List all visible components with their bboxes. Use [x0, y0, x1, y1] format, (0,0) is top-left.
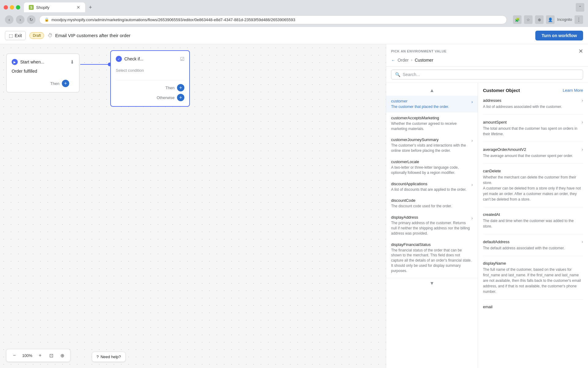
list-item[interactable]: displayAddress The primary address of th…	[386, 212, 478, 239]
help-label: Need help?	[100, 355, 121, 359]
connector-line	[80, 64, 110, 65]
start-node[interactable]: ▶ Start when... ⬇ Order fulfilled Then +	[6, 53, 80, 93]
field-item[interactable]: defaultAddress › The default address ass…	[483, 239, 583, 256]
panel-close-button[interactable]: ✕	[579, 48, 583, 55]
check-node[interactable]: ✓ Check if... ☑ Select condition Then + …	[110, 50, 190, 107]
field-desc: The date and time when the customer was …	[483, 218, 583, 229]
forward-button[interactable]: ›	[16, 15, 24, 24]
field-item[interactable]: amountSpent › The total amount that the …	[483, 120, 583, 142]
address-bar[interactable]: 🔒 moodjoy.myshopify.com/admin/marketing/…	[39, 15, 507, 24]
field-name: amountSpent	[483, 120, 507, 125]
breadcrumb-back-button[interactable]: ←	[391, 58, 395, 63]
workflow-canvas[interactable]: ▶ Start when... ⬇ Order fulfilled Then +…	[0, 44, 386, 368]
clock-icon: ⏱	[48, 33, 53, 38]
add-then-button[interactable]: +	[62, 80, 69, 87]
field-header: displayName	[483, 261, 583, 266]
field-desc: The total amount that the customer has s…	[483, 126, 583, 137]
main-layout: ▶ Start when... ⬇ Order fulfilled Then +…	[0, 44, 588, 368]
environment-list: customer The customer that placed the or…	[386, 96, 478, 277]
extensions-button[interactable]: 🧩	[513, 15, 522, 24]
turn-on-workflow-button[interactable]: Turn on workflow	[535, 31, 583, 40]
field-chevron[interactable]: ›	[582, 147, 583, 152]
start-node-content: Order fulfilled	[12, 67, 74, 75]
check-node-placeholder[interactable]: Select condition	[116, 66, 184, 75]
list-item[interactable]: customer The customer that placed the or…	[386, 96, 478, 113]
menu-button[interactable]: ⋮	[575, 15, 583, 24]
check-node-label: Check if...	[124, 56, 143, 61]
refresh-button[interactable]: ↻	[27, 15, 36, 24]
list-item[interactable]: discountApplications A list of discounts…	[386, 178, 478, 195]
user-button[interactable]: 👤	[546, 15, 555, 24]
search-input[interactable]	[403, 72, 579, 77]
field-header: addresses ›	[483, 98, 583, 103]
breadcrumb-order[interactable]: Order	[398, 58, 409, 63]
field-item[interactable]: averageOrderAmountV2 › The average amoun…	[483, 147, 583, 164]
panel-header: PICK AN ENVIRONMENT VALUE ✕ ← Order › Cu…	[386, 44, 588, 67]
center-view-button[interactable]: ⊕	[58, 351, 66, 360]
collapse-button[interactable]: ▲	[386, 85, 478, 96]
right-panel: PICK AN ENVIRONMENT VALUE ✕ ← Order › Cu…	[386, 44, 588, 368]
add-check-otherwise-button[interactable]: +	[177, 94, 184, 101]
field-desc: Whether the merchant can delete the cust…	[483, 174, 583, 202]
url-text: moodjoy.myshopify.com/admin/marketing/au…	[51, 17, 295, 22]
window-expand-button[interactable]: ⌃	[576, 3, 584, 12]
tab-title: Shopify	[36, 5, 49, 10]
zoom-in-button[interactable]: +	[36, 351, 44, 360]
exit-button[interactable]: ⬚ Exit	[5, 31, 26, 40]
extensions-mgr-button[interactable]: ⊕	[535, 15, 544, 24]
search-icon: 🔍	[395, 72, 400, 77]
fit-view-button[interactable]: ⊡	[47, 351, 55, 360]
panel-right-header: Customer Object Learn More	[483, 88, 583, 93]
tab-close-button[interactable]: ✕	[77, 5, 80, 10]
field-chevron[interactable]: ›	[582, 98, 583, 103]
close-traffic-light[interactable]	[4, 5, 8, 10]
field-item[interactable]: addresses › A list of addresses associat…	[483, 98, 583, 115]
breadcrumb: ← Order › Customer	[391, 58, 583, 63]
breadcrumb-current: Customer	[415, 58, 433, 63]
field-chevron[interactable]: ›	[582, 239, 583, 244]
zoom-out-button[interactable]: −	[10, 351, 19, 360]
then-connector: Then +	[12, 80, 74, 87]
back-button[interactable]: ‹	[5, 15, 13, 24]
trigger-icon: ▶	[12, 59, 18, 65]
zoom-level: 100%	[21, 353, 33, 358]
nav-buttons: ‹ › ↻	[5, 15, 36, 24]
check-node-header: ✓ Check if... ☑	[116, 56, 184, 62]
browser-tab[interactable]: S Shopify ✕	[24, 2, 85, 12]
list-item[interactable]: customerLocale A two-letter or three-let…	[386, 156, 478, 178]
add-check-then-button[interactable]: +	[177, 84, 184, 91]
help-button[interactable]: ? Need help?	[92, 352, 126, 362]
customer-object-title: Customer Object	[483, 88, 520, 93]
start-node-header: ▶ Start when... ⬇	[12, 59, 74, 65]
check-otherwise-label: Otherwise	[156, 95, 175, 100]
panel-title-row: PICK AN ENVIRONMENT VALUE ✕	[391, 48, 583, 55]
field-desc: A list of addresses associated with the …	[483, 104, 583, 109]
maximize-traffic-light[interactable]	[16, 5, 20, 10]
help-icon: ?	[96, 355, 99, 359]
expand-button[interactable]: ▼	[386, 278, 478, 289]
field-chevron[interactable]: ›	[582, 120, 583, 125]
field-item: displayName The full name of the custome…	[483, 261, 583, 300]
list-item[interactable]: discountCode The discount code used for …	[386, 195, 478, 212]
field-desc: The default address associated with the …	[483, 245, 583, 251]
field-name: createdAt	[483, 212, 500, 217]
list-item[interactable]: displayFinancialStatus The financial sta…	[386, 239, 478, 277]
lock-icon: 🔒	[44, 17, 49, 22]
new-tab-button[interactable]: +	[86, 3, 95, 12]
field-name: defaultAddress	[483, 240, 510, 244]
node-connector	[80, 64, 110, 65]
panel-title: PICK AN ENVIRONMENT VALUE	[391, 49, 447, 53]
list-item-chevron: ›	[471, 182, 473, 187]
panel-right-fields: Customer Object Learn More addresses › A…	[478, 83, 588, 368]
list-item[interactable]: customerJourneySummary The customer's vi…	[386, 134, 478, 156]
start-node-action-icon: ⬇	[70, 59, 74, 65]
breadcrumb-separator: ›	[411, 58, 412, 62]
list-item[interactable]: customerAcceptsMarketing Whether the cus…	[386, 113, 478, 135]
minimize-traffic-light[interactable]	[10, 5, 14, 10]
exit-label: Exit	[15, 33, 22, 38]
check-node-action-icon: ☑	[180, 56, 184, 62]
learn-more-link[interactable]: Learn More	[563, 88, 583, 93]
workflow-title: ⏱ Email VIP customers after their order	[48, 33, 130, 38]
field-header: averageOrderAmountV2 ›	[483, 147, 583, 152]
bookmark-button[interactable]: ☆	[524, 15, 533, 24]
